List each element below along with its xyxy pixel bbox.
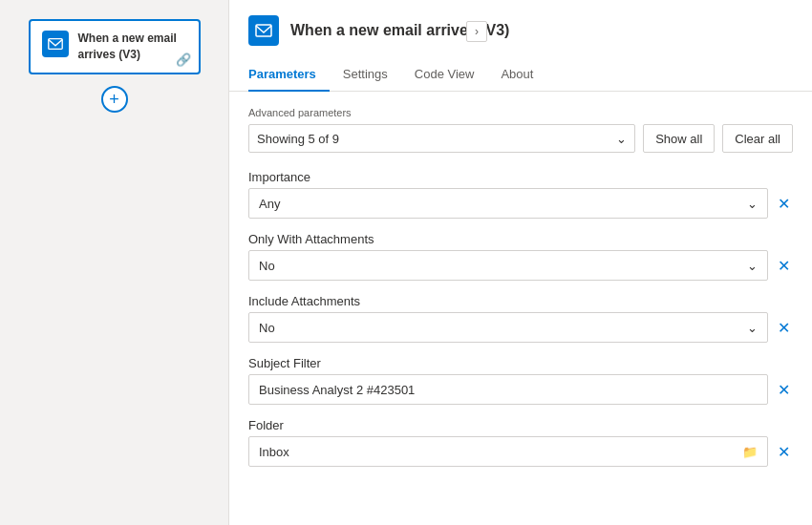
param-group-importance: Importance Any ⌄ ✕ xyxy=(248,170,793,219)
clear-all-button[interactable]: Clear all xyxy=(722,124,793,153)
param-label-importance: Importance xyxy=(248,170,793,184)
param-group-folder: Folder Inbox 📁 ✕ xyxy=(248,418,793,467)
param-group-include-attachments: Include Attachments No ⌄ ✕ xyxy=(248,294,793,343)
param-row-subject-filter: ✕ xyxy=(248,374,793,405)
subject-filter-remove-button[interactable]: ✕ xyxy=(774,380,793,399)
include-attachments-dropdown[interactable]: No ⌄ xyxy=(248,312,768,343)
only-with-attachments-dropdown[interactable]: No ⌄ xyxy=(248,250,768,281)
trigger-card[interactable]: When a new email arrives (V3) 🔗 xyxy=(29,19,201,74)
add-step-button[interactable]: + xyxy=(101,86,128,113)
only-with-attachments-remove-button[interactable]: ✕ xyxy=(774,256,793,275)
sidebar: When a new email arrives (V3) 🔗 + xyxy=(0,0,229,525)
folder-remove-button[interactable]: ✕ xyxy=(774,442,793,461)
trigger-label: When a new email arrives (V3) xyxy=(78,31,187,63)
panel-header-icon xyxy=(248,15,279,46)
importance-remove-button[interactable]: ✕ xyxy=(774,194,793,213)
chevron-down-icon: ⌄ xyxy=(747,259,758,273)
panel-header: When a new email arrives (V3) xyxy=(229,0,812,46)
folder-input[interactable]: Inbox 📁 xyxy=(248,436,768,467)
param-label-subject-filter: Subject Filter xyxy=(248,356,793,370)
include-attachments-value: No xyxy=(259,321,275,335)
subject-filter-input[interactable] xyxy=(248,374,768,405)
param-row-importance: Any ⌄ ✕ xyxy=(248,188,793,219)
folder-browse-icon[interactable]: 📁 xyxy=(742,445,758,459)
tab-about[interactable]: About xyxy=(487,61,546,91)
main-panel: When a new email arrives (V3) Parameters… xyxy=(229,0,812,525)
showing-text: Showing 5 of 9 xyxy=(257,132,339,146)
svg-rect-0 xyxy=(48,39,61,50)
parameters-content: Advanced parameters Showing 5 of 9 ⌄ Sho… xyxy=(229,92,812,525)
param-label-folder: Folder xyxy=(248,418,793,432)
param-label-only-with-attachments: Only With Attachments xyxy=(248,232,793,246)
tab-settings[interactable]: Settings xyxy=(330,61,401,91)
only-with-attachments-value: No xyxy=(259,259,275,273)
tab-code-view[interactable]: Code View xyxy=(401,61,488,91)
param-row-only-with-attachments: No ⌄ ✕ xyxy=(248,250,793,281)
param-label-include-attachments: Include Attachments xyxy=(248,294,793,308)
collapse-sidebar-button[interactable]: › xyxy=(466,21,487,42)
importance-dropdown[interactable]: Any ⌄ xyxy=(248,188,768,219)
include-attachments-remove-button[interactable]: ✕ xyxy=(774,318,793,337)
advanced-params-label: Advanced parameters xyxy=(248,107,793,118)
advanced-params-row: Showing 5 of 9 ⌄ Show all Clear all xyxy=(248,124,793,153)
tabs-bar: Parameters Settings Code View About xyxy=(229,53,812,92)
chevron-down-icon: ⌄ xyxy=(616,132,627,146)
chevron-down-icon: ⌄ xyxy=(747,197,758,211)
param-group-only-with-attachments: Only With Attachments No ⌄ ✕ xyxy=(248,232,793,281)
advanced-params-dropdown[interactable]: Showing 5 of 9 ⌄ xyxy=(248,124,635,153)
param-row-folder: Inbox 📁 ✕ xyxy=(248,436,793,467)
chevron-down-icon: ⌄ xyxy=(747,321,758,335)
trigger-icon xyxy=(42,31,69,57)
chevron-left-icon: › xyxy=(475,25,479,38)
tab-parameters[interactable]: Parameters xyxy=(248,61,330,91)
importance-value: Any xyxy=(259,197,280,211)
link-icon: 🔗 xyxy=(176,52,191,67)
param-group-subject-filter: Subject Filter ✕ xyxy=(248,356,793,405)
svg-rect-1 xyxy=(256,25,271,36)
show-all-button[interactable]: Show all xyxy=(643,124,715,153)
param-row-include-attachments: No ⌄ ✕ xyxy=(248,312,793,343)
folder-value: Inbox xyxy=(259,445,289,459)
